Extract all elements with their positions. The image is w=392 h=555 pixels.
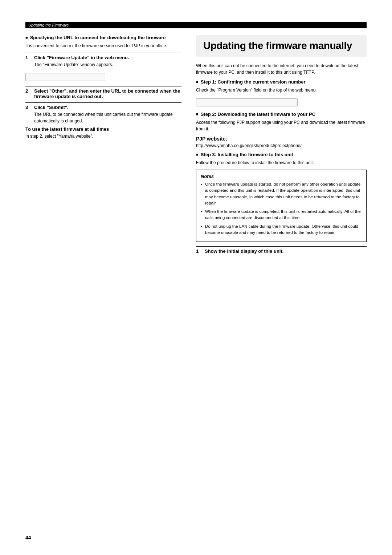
section1-heading-text: Specifying the URL to connect for downlo… [30,35,166,40]
notes-box: Notes Once the firmware update is starte… [196,170,367,242]
notes-item-1: Once the firmware update is started, do … [201,181,362,206]
left-step1: 1 Click "Firmware Update" in the web men… [25,53,181,68]
left-step1-number: 1 [25,55,30,68]
pjp-heading: PJP website: [196,136,367,142]
notes-item-2: When the firmware update is completed, t… [201,208,362,221]
right-step1-heading-text: Step 1: Confirming the current version n… [201,79,306,85]
right-step2-heading: Step 2: Downloading the latest firmware … [196,112,367,117]
notes-title: Notes [201,174,362,179]
pjp-url: http://www.yamaha.co.jp/english/product/… [196,143,367,148]
right-final-step-number: 1 [196,248,201,255]
notes-list: Once the firmware update is started, do … [201,181,362,236]
left-step2-title: Select "Other", and then enter the URL t… [34,88,181,99]
left-step3-content: Click "Submit". The URL to be connected … [34,105,181,124]
left-step1-content: Click "Firmware Update" in the web menu.… [34,55,181,68]
top-bar-text: Updating the Firmware [28,23,69,27]
left-column: Specifying the URL to connect for downlo… [25,35,181,257]
top-bar: Updating the Firmware [25,22,367,28]
to-use-desc: In step 2, select "Yamaha website". [25,133,181,139]
right-column: Updating the firmware manually When this… [196,35,367,257]
right-step1-heading: Step 1: Confirming the current version n… [196,79,367,85]
section1-body: It is convenient to control the firmware… [25,42,181,49]
right-step2-body: Access the following PJP support page us… [196,119,367,132]
right-intro: When this unit can not be connected to t… [196,62,367,76]
right-input-mockup [196,98,298,106]
left-step3-desc: The URL to be connected when this unit c… [34,111,181,124]
page-number: 44 [25,535,31,540]
right-step3-heading: Step 3: Installing the firmware to this … [196,152,367,157]
right-step1-body: Check the "Program Version" field on the… [196,87,367,93]
left-step2-content: Select "Other", and then enter the URL t… [34,88,181,100]
left-step3-number: 3 [25,105,30,124]
to-use-heading: To use the latest firmware at all times [25,126,181,132]
left-step1-desc: The "Firmware Update" window appears. [34,61,181,68]
page-container: Updating the Firmware Specifying the URL… [0,0,392,555]
right-step3-heading-text: Step 3: Installing the firmware to this … [201,152,293,157]
left-step1-title: Click "Firmware Update" in the web menu. [34,55,181,60]
right-section-title: Updating the firmware manually [196,35,367,57]
left-step2-number: 2 [25,88,30,100]
left-step3-title: Click "Submit". [34,105,181,110]
right-step3-body: Follow the procedure below to install th… [196,159,367,166]
notes-item-3: Do not unplug the LAN cable during the f… [201,223,362,236]
section1-heading: Specifying the URL to connect for downlo… [25,35,181,40]
right-step2-heading-text: Step 2: Downloading the latest firmware … [201,112,315,117]
right-final-step: 1 Show the initial display of this unit. [196,246,367,255]
firmware-url-input-mockup [25,73,105,81]
right-final-step-content: Show the initial display of this unit. [205,248,367,255]
right-final-step-title: Show the initial display of this unit. [205,248,367,254]
left-step3: 3 Click "Submit". The URL to be connecte… [25,102,181,124]
two-column-layout: Specifying the URL to connect for downlo… [25,35,367,257]
left-step2: 2 Select "Other", and then enter the URL… [25,86,181,100]
